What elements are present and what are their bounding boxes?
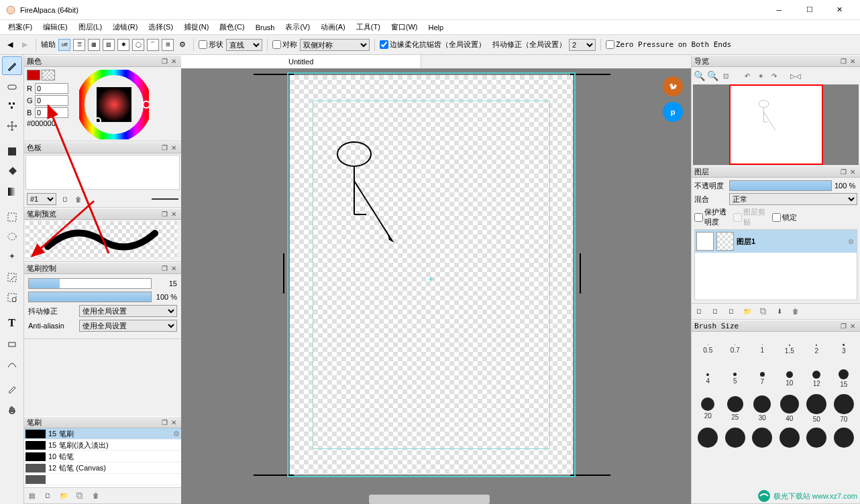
b-input[interactable] bbox=[35, 107, 68, 118]
dot-tool[interactable] bbox=[2, 97, 22, 115]
close-icon[interactable]: ✕ bbox=[169, 209, 178, 218]
gear-icon[interactable]: ⚙ bbox=[846, 237, 855, 246]
snap-vanish-button[interactable]: ⊞ bbox=[162, 39, 174, 51]
size-slider[interactable] bbox=[28, 278, 152, 289]
protect-alpha-checkbox[interactable] bbox=[694, 213, 703, 222]
visibility-toggle[interactable] bbox=[696, 232, 714, 251]
duplicate-icon[interactable]: ⿻ bbox=[759, 307, 768, 316]
shake-select[interactable]: 使用全局设置 bbox=[79, 305, 177, 317]
aa-select[interactable]: 使用全局设置 bbox=[79, 320, 177, 332]
brush-tool[interactable] bbox=[2, 56, 22, 75]
zero-pressure-checkbox[interactable] bbox=[606, 40, 614, 49]
minimize-button[interactable]: ─ bbox=[764, 0, 794, 20]
lock-checkbox[interactable] bbox=[772, 213, 781, 222]
canvas-area[interactable]: Untitled + 🐿 p bbox=[181, 55, 691, 504]
size-cell[interactable]: 0.5 bbox=[694, 334, 722, 364]
next-button[interactable]: ▶ bbox=[19, 39, 31, 51]
palette-preset-select[interactable]: #1 bbox=[27, 193, 56, 205]
size-cell[interactable]: 12 bbox=[803, 364, 830, 393]
select-erase-tool[interactable] bbox=[2, 288, 22, 307]
eraser-tool[interactable] bbox=[2, 76, 22, 95]
size-cell[interactable]: 70 bbox=[830, 393, 858, 423]
snap-off-button[interactable]: off bbox=[58, 39, 70, 51]
close-icon[interactable]: ✕ bbox=[169, 56, 178, 66]
menu-window[interactable]: 窗口(W) bbox=[386, 22, 423, 32]
merge-icon[interactable]: ⬇ bbox=[775, 307, 784, 316]
select-pen-tool[interactable] bbox=[2, 268, 22, 287]
size-cell[interactable] bbox=[776, 423, 804, 452]
shake-select[interactable]: 2 bbox=[569, 39, 596, 51]
new-layer2-icon[interactable]: 🗋 bbox=[710, 307, 720, 316]
size-cell[interactable]: 2 bbox=[803, 334, 830, 364]
brush-item[interactable]: 12铅笔 (Canvas) bbox=[24, 462, 181, 474]
divide-tool[interactable] bbox=[2, 354, 22, 373]
close-icon[interactable]: ✕ bbox=[848, 167, 857, 176]
menu-color[interactable]: 颜色(C) bbox=[214, 22, 250, 32]
mascot-icon[interactable]: 🐿 bbox=[663, 76, 683, 97]
symmetry-select[interactable]: 双侧对称 bbox=[300, 39, 370, 51]
size-cell[interactable]: 7 bbox=[749, 364, 776, 393]
snap-radial-button[interactable]: ✱ bbox=[117, 39, 129, 51]
size-cell[interactable] bbox=[722, 423, 749, 452]
menu-tool[interactable]: 工具(T) bbox=[351, 22, 386, 32]
eyedropper-tool[interactable] bbox=[2, 379, 22, 398]
new-layer-icon[interactable]: 🗋 bbox=[694, 307, 704, 316]
text-tool[interactable]: T bbox=[2, 314, 22, 332]
layer-list[interactable]: 图层1 ⚙ bbox=[694, 229, 857, 300]
brush-item[interactable]: 10铅笔 bbox=[24, 451, 181, 462]
brush-list[interactable]: 15笔刷⚙ 15笔刷(淡入淡出) 10铅笔 12铅笔 (Canvas) bbox=[24, 428, 181, 487]
h-scrollbar[interactable] bbox=[369, 495, 490, 504]
gear-icon[interactable]: ⚙ bbox=[173, 430, 180, 438]
brush-item[interactable]: 15笔刷⚙ bbox=[24, 428, 181, 440]
fit-icon[interactable]: ⊡ bbox=[721, 71, 731, 80]
size-cell[interactable] bbox=[803, 423, 830, 452]
undock-icon[interactable]: ❐ bbox=[839, 321, 848, 330]
object-tool[interactable] bbox=[2, 334, 22, 353]
menu-view[interactable]: 表示(V) bbox=[280, 22, 315, 32]
blend-select[interactable]: 正常 bbox=[729, 193, 857, 205]
palette-area[interactable] bbox=[25, 155, 180, 190]
undock-icon[interactable]: ❐ bbox=[160, 209, 169, 218]
snap-config-button[interactable]: ⚙ bbox=[176, 39, 189, 51]
fg-color-swatch[interactable] bbox=[27, 70, 40, 80]
menu-edit[interactable]: 编辑(E) bbox=[38, 22, 73, 32]
menu-file[interactable]: 档案(F) bbox=[3, 22, 38, 32]
size-cell[interactable] bbox=[749, 423, 776, 452]
color-wheel[interactable] bbox=[79, 70, 149, 139]
folder-icon[interactable]: 📁 bbox=[59, 491, 68, 501]
size-cell[interactable]: 20 bbox=[694, 393, 722, 423]
rotate-left-icon[interactable]: ↶ bbox=[743, 71, 752, 80]
close-button[interactable]: ✕ bbox=[824, 0, 855, 20]
menu-brush[interactable]: Brush bbox=[250, 23, 280, 32]
shape-select[interactable]: 直线 bbox=[226, 39, 262, 51]
r-input[interactable] bbox=[35, 83, 68, 94]
size-cell[interactable]: 0.7 bbox=[722, 334, 749, 364]
close-icon[interactable]: ✕ bbox=[169, 418, 178, 427]
flip-icon[interactable]: ▷◁ bbox=[791, 71, 800, 80]
snap-crisscross-button[interactable]: ▨ bbox=[103, 39, 115, 51]
layer-opacity-slider[interactable] bbox=[729, 180, 832, 191]
size-cell[interactable] bbox=[694, 423, 722, 452]
close-icon[interactable]: ✕ bbox=[848, 56, 857, 66]
pixiv-icon[interactable]: p bbox=[663, 102, 683, 122]
size-cell[interactable]: 1.5 bbox=[776, 334, 804, 364]
size-cell[interactable]: 50 bbox=[803, 393, 830, 423]
bucket-tool[interactable] bbox=[2, 162, 22, 181]
duplicate-icon[interactable]: ⿻ bbox=[75, 491, 85, 501]
trash-icon[interactable]: 🗑 bbox=[91, 491, 101, 501]
new-icon[interactable]: 🗋 bbox=[60, 194, 70, 204]
close-icon[interactable]: ✕ bbox=[848, 321, 857, 330]
size-cell[interactable] bbox=[830, 423, 858, 452]
new-layer3-icon[interactable]: 🗋 bbox=[727, 307, 736, 316]
shape-checkbox[interactable] bbox=[199, 40, 207, 49]
size-cell[interactable]: 1 bbox=[749, 334, 776, 364]
menu-filter[interactable]: 滤镜(R) bbox=[107, 22, 143, 32]
maximize-button[interactable]: ☐ bbox=[794, 0, 824, 20]
size-cell[interactable]: 3 bbox=[830, 334, 858, 364]
prev-button[interactable]: ◀ bbox=[4, 39, 16, 51]
size-cell[interactable]: 15 bbox=[830, 364, 858, 393]
move-tool[interactable] bbox=[2, 117, 22, 135]
trash-icon[interactable]: 🗑 bbox=[791, 307, 800, 316]
size-cell[interactable]: 10 bbox=[776, 364, 804, 393]
folder-icon[interactable]: 📁 bbox=[743, 307, 752, 316]
